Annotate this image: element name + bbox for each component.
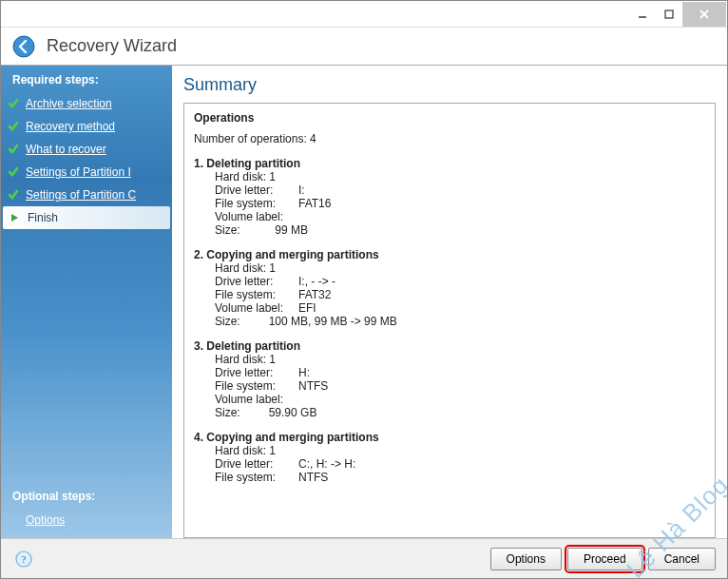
close-button[interactable] <box>682 2 726 27</box>
minimize-button[interactable] <box>629 4 656 25</box>
op-title: 3. Deleting partition <box>194 339 705 353</box>
summary-title: Summary <box>183 75 716 95</box>
operation-1: 1. Deleting partition Hard disk: 1 Drive… <box>194 157 705 237</box>
op-file-system-value: NTFS <box>298 471 328 484</box>
svg-rect-1 <box>665 10 673 18</box>
op-drive-letter-label: Drive letter: <box>215 275 298 288</box>
op-volume-label: Volume label: <box>215 301 298 315</box>
op-title: 4. Copying and merging partitions <box>194 431 705 444</box>
titlebar <box>1 1 727 28</box>
operation-2: 2. Copying and merging partitions Hard d… <box>194 248 705 328</box>
sidebar-item-finish[interactable]: Finish <box>3 206 170 229</box>
sidebar-item-label: Recovery method <box>26 120 115 133</box>
svg-text:?: ? <box>22 553 27 565</box>
op-hard-disk: Hard disk: 1 <box>215 170 276 183</box>
op-drive-letter-value: I:, - -> - <box>298 275 335 288</box>
sidebar: Required steps: Archive selection Recove… <box>1 66 172 538</box>
cancel-button[interactable]: Cancel <box>648 548 716 570</box>
op-size: Size: 99 MB <box>215 223 705 237</box>
operations-box[interactable]: Operations Number of operations: 4 1. De… <box>183 103 716 538</box>
back-icon[interactable] <box>12 35 35 58</box>
op-file-system-value: FAT16 <box>298 197 331 210</box>
sidebar-item-label: Settings of Partition C <box>26 188 136 202</box>
main: Required steps: Archive selection Recove… <box>1 66 727 538</box>
op-drive-letter-label: Drive letter: <box>215 183 298 197</box>
op-volume-value: EFI <box>298 301 316 315</box>
header: Recovery Wizard <box>1 28 727 66</box>
check-icon <box>7 120 20 133</box>
maximize-button[interactable] <box>656 4 682 25</box>
sidebar-item-settings-partition-i[interactable]: Settings of Partition I <box>1 161 172 183</box>
op-volume-label: Volume label: <box>215 210 298 223</box>
options-button-label: Options <box>507 552 546 566</box>
proceed-button-label: Proceed <box>584 552 626 566</box>
op-drive-letter-value: C:, H: -> H: <box>298 457 355 471</box>
op-size: Size: 59.90 GB <box>215 406 705 419</box>
sidebar-item-label: Finish <box>28 211 58 224</box>
cancel-button-label: Cancel <box>664 552 699 566</box>
sidebar-item-label: Options <box>26 513 65 527</box>
sidebar-item-label: Settings of Partition I <box>26 165 131 179</box>
op-title: 2. Copying and merging partitions <box>194 248 705 261</box>
check-icon <box>7 165 20 179</box>
operations-heading: Operations <box>194 111 705 125</box>
op-size: Size: 100 MB, 99 MB -> 99 MB <box>215 315 705 328</box>
sidebar-item-what-to-recover[interactable]: What to recover <box>1 138 172 161</box>
sidebar-item-settings-partition-c[interactable]: Settings of Partition C <box>1 183 172 206</box>
optional-steps-label: Optional steps: <box>1 482 172 509</box>
operation-4: 4. Copying and merging partitions Hard d… <box>194 431 705 484</box>
op-volume-label: Volume label: <box>215 393 298 406</box>
options-button[interactable]: Options <box>490 548 562 570</box>
op-drive-letter-value: I: <box>298 183 305 197</box>
check-icon <box>7 97 20 110</box>
op-hard-disk: Hard disk: 1 <box>215 261 276 275</box>
op-file-system-label: File system: <box>215 197 298 210</box>
op-drive-letter-label: Drive letter: <box>215 457 298 471</box>
op-drive-letter-label: Drive letter: <box>215 366 298 379</box>
content: Summary Operations Number of operations:… <box>172 66 727 538</box>
sidebar-item-options[interactable]: Options <box>1 509 172 538</box>
footer: ? Options Proceed Cancel <box>1 538 727 578</box>
check-icon <box>7 143 20 156</box>
operation-3: 3. Deleting partition Hard disk: 1 Drive… <box>194 339 705 419</box>
op-file-system-label: File system: <box>215 288 298 301</box>
wizard-title: Recovery Wizard <box>47 36 177 56</box>
op-hard-disk: Hard disk: 1 <box>215 353 276 366</box>
check-icon <box>7 188 20 202</box>
op-file-system-label: File system: <box>215 471 298 484</box>
proceed-button[interactable]: Proceed <box>567 548 642 570</box>
operations-count: Number of operations: 4 <box>194 132 705 145</box>
required-steps-label: Required steps: <box>1 66 172 92</box>
op-file-system-value: FAT32 <box>298 288 331 301</box>
sidebar-item-recovery-method[interactable]: Recovery method <box>1 115 172 138</box>
op-drive-letter-value: H: <box>298 366 310 379</box>
sidebar-item-archive-selection[interactable]: Archive selection <box>1 92 172 115</box>
sidebar-item-label: Archive selection <box>26 97 112 110</box>
op-title: 1. Deleting partition <box>194 157 705 170</box>
help-icon[interactable]: ? <box>14 550 33 569</box>
op-hard-disk: Hard disk: 1 <box>215 444 276 457</box>
op-file-system-value: NTFS <box>298 379 328 393</box>
op-file-system-label: File system: <box>215 379 298 393</box>
arrow-right-icon <box>9 211 22 224</box>
sidebar-item-label: What to recover <box>26 143 106 156</box>
